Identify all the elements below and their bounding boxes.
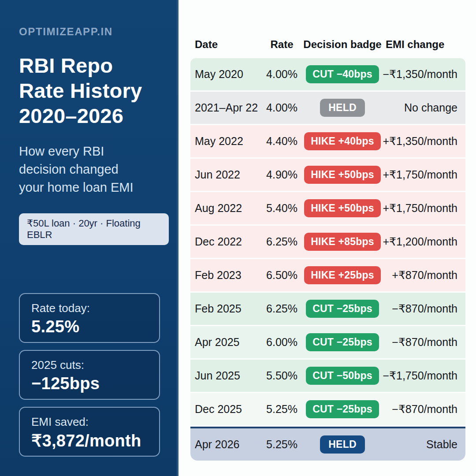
table-row: Feb 2023 6.50% HIKE +25bps +₹870/month [190,259,465,291]
cell-emi-change: No change [382,101,457,114]
table-header-row: Date Rate Decision badge EMI change [190,37,465,52]
cell-date: May 2022 [195,135,261,148]
page-title-line2: Rate History [19,78,169,103]
cell-rate: 5.25% [261,438,303,451]
cell-emi-change: −₹1,350/month [382,68,457,81]
table-row: Feb 2025 6.25% CUT −25bps −₹870/month [190,293,465,325]
column-header-decision-badge: Decision badge [303,38,382,51]
decision-badge: CUT −40bps [306,65,379,83]
brand-logo: OPTIMIZEAPP.IN [19,26,169,38]
cell-rate: 5.25% [261,403,303,416]
table-row: Dec 2022 6.25% HIKE +85bps +₹1,200/month [190,226,465,258]
cell-date: Apr 2025 [195,336,261,349]
cell-date: Feb 2023 [195,269,261,282]
stat-value: 5.25% [31,317,149,336]
rate-history-table: Date Rate Decision badge EMI change May … [190,0,465,476]
decision-badge: HIKE +85bps [304,233,380,251]
cell-date: May 2020 [195,68,261,81]
decision-badge: HELD [320,99,364,117]
table-row: Aug 2022 5.40% HIKE +50bps +₹1,750/month [190,192,465,224]
table-row: Apr 2025 6.00% CUT −25bps −₹870/month [190,326,465,358]
decision-badge: HIKE +50bps [304,199,380,217]
table-row: 2021–Apr 22 4.00% HELD No change [190,92,465,124]
table-row: Apr 2026 5.25% HELD Stable [190,427,465,461]
cell-emi-change: +₹1,750/month [382,168,457,181]
decision-badge: HIKE +25bps [304,266,380,284]
cell-rate: 6.00% [261,336,303,349]
cell-date: Jun 2025 [195,369,261,382]
cell-rate: 6.50% [261,269,303,282]
sidebar: OPTIMIZEAPP.IN RBI Repo Rate History 202… [0,0,178,476]
table-row: Jun 2022 4.90% HIKE +50bps +₹1,750/month [190,159,465,191]
cell-rate: 6.25% [261,235,303,248]
cell-emi-change: −₹870/month [382,302,457,315]
table-row: Dec 2025 5.25% CUT −25bps −₹870/month [190,393,465,425]
stat-label: EMI saved: [31,415,149,429]
column-header-date: Date [195,38,261,51]
cell-emi-change: Stable [382,438,457,451]
column-header-emi-change: EMI change [382,38,457,51]
cell-emi-change: +₹870/month [382,269,457,282]
cell-emi-change: +₹1,350/month [382,135,457,148]
table-row: May 2020 4.00% CUT −40bps −₹1,350/month [190,58,465,90]
table-row: Jun 2025 5.50% CUT −50bps −₹1,750/month [190,360,465,392]
page-title-line1: RBI Repo [19,53,169,78]
rate-table-body: May 2020 4.00% CUT −40bps −₹1,350/month … [190,58,465,461]
subtitle-line1: How every RBI [19,142,169,160]
table-row: May 2022 4.40% HIKE +40bps +₹1,350/month [190,125,465,157]
cell-date: Dec 2025 [195,403,261,416]
stat-label: Rate today: [31,301,149,315]
page-subtitle: How every RBI decision changed your home… [19,142,169,197]
stat-value: ₹3,872/month [31,431,149,450]
cell-rate: 4.00% [261,101,303,114]
page-title-line3: 2020–2026 [19,103,169,128]
cell-emi-change: +₹1,200/month [382,235,457,248]
cell-date: Jun 2022 [195,168,261,181]
cell-date: Apr 2026 [195,438,261,451]
stats-panel: Rate today: 5.25% 2025 cuts: −125bps EMI… [19,293,160,464]
cell-emi-change: −₹1,750/month [382,369,457,382]
decision-badge: CUT −25bps [306,400,379,418]
cell-date: Feb 2025 [195,302,261,315]
stat-card-emi-saved: EMI saved: ₹3,872/month [19,407,160,457]
stat-card-rate-today: Rate today: 5.25% [19,293,160,343]
decision-badge: CUT −50bps [306,367,379,385]
cell-rate: 4.00% [261,68,303,81]
decision-badge: CUT −25bps [306,333,379,351]
column-header-rate: Rate [261,38,303,51]
stat-value: −125bps [31,374,149,393]
cell-rate: 6.25% [261,302,303,315]
cell-emi-change: −₹870/month [382,336,457,349]
cell-rate: 4.90% [261,168,303,181]
page-title: RBI Repo Rate History 2020–2026 [19,53,169,128]
cell-date: Dec 2022 [195,235,261,248]
cell-emi-change: −₹870/month [382,403,457,416]
cell-rate: 4.40% [261,135,303,148]
cell-rate: 5.50% [261,369,303,382]
cell-date: 2021–Apr 22 [195,101,261,114]
cell-date: Aug 2022 [195,202,261,215]
stat-label: 2025 cuts: [31,358,149,372]
subtitle-line3: your home loan EMI [19,178,169,197]
subtitle-line2: decision changed [19,160,169,178]
cell-emi-change: +₹1,750/month [382,202,457,215]
stat-card-2025-cuts: 2025 cuts: −125bps [19,350,160,400]
cell-rate: 5.40% [261,202,303,215]
decision-badge: HIKE +40bps [304,132,380,150]
loan-parameters-pill: ₹50L loan · 20yr · Floating EBLR [19,213,169,245]
decision-badge: CUT −25bps [306,300,379,318]
decision-badge: HELD [320,435,364,454]
decision-badge: HIKE +50bps [304,166,380,184]
